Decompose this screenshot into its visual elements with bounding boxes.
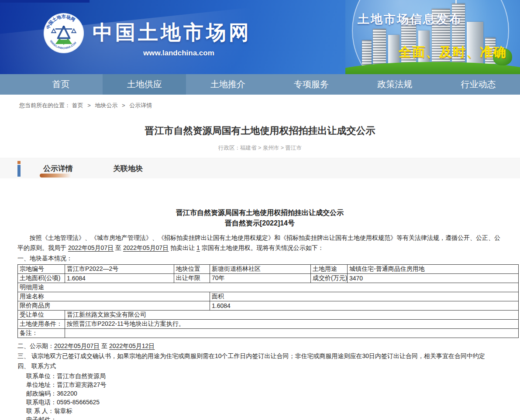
cell-price-label: 成交价(万元): [311, 274, 348, 283]
site-url: www.landchina.com: [143, 49, 214, 58]
page: 中国土地市场网 WWW.LANDCHINA.COM 中国土地市场网 www.la…: [0, 0, 520, 420]
table-row: 备注：: [18, 329, 519, 338]
contact-postcode: 邮政编码：362200: [26, 389, 520, 398]
breadcrumb-current: 公示详情: [129, 102, 152, 109]
nav-item-land-promotion[interactable]: 土地推介: [186, 74, 269, 95]
contact-address: 单位地址：晋江市迎宾路27号: [26, 380, 520, 389]
intro-tail: 宗国有土地使用权。现将有关情况公示如下：: [200, 244, 324, 251]
contact-person: 联 系 人：翁章标: [26, 406, 520, 415]
scales-emblem-icon: 中国土地市场网 WWW.LANDCHINA.COM: [43, 12, 85, 54]
table-row: 用途名称 面积: [18, 292, 519, 301]
nav-item-home[interactable]: 首页: [19, 74, 103, 95]
main-nav: 首页 土地供应 土地推介 专项服务 政策法规 行业动态: [0, 74, 520, 95]
tab-notice-detail[interactable]: 公示详情: [43, 158, 73, 178]
cell-use-name-header: 用途名称: [18, 292, 210, 301]
cell-area-value2: 1.6084: [210, 301, 519, 311]
tab-accent-blue: [17, 165, 21, 177]
breadcrumb-home[interactable]: 首页: [72, 102, 83, 109]
tab-related-parcels[interactable]: 关联地块: [113, 158, 143, 178]
site-header: 中国土地市场网 WWW.LANDCHINA.COM 中国土地市场网 www.la…: [0, 0, 520, 74]
banner-slogan-1: 土地市场信息发布: [358, 11, 462, 27]
breadcrumb-separator: >: [122, 102, 125, 109]
nav-item-policies[interactable]: 政策法规: [353, 74, 437, 95]
svg-text:WWW.LANDCHINA.COM: WWW.LANDCHINA.COM: [49, 39, 77, 49]
page-title: 晋江市自然资源局国有土地使用权招拍挂出让成交公示: [0, 124, 520, 137]
publicity-period-label: 二、公示期：: [17, 342, 54, 349]
breadcrumb-prefix: 您当前所在的位置：: [19, 102, 70, 109]
cell-parcel-no-label: 宗地编号: [18, 265, 65, 274]
breadcrumb: 您当前所在的位置： 首页 > 地块公示 > 公示详情: [0, 95, 520, 115]
building-graphic: [373, 29, 386, 69]
site-logo-icon[interactable]: 中国土地市场网 WWW.LANDCHINA.COM: [43, 12, 85, 54]
region-path: 行政区：福建省 > 泉州市 > 晋江市: [0, 144, 520, 152]
site-name: 中国土地市场网: [93, 19, 251, 46]
contact-unit: 联系单位：晋江市自然资源局: [26, 372, 520, 380]
intro-joiner: 至: [114, 244, 123, 251]
parcel-info-table: 宗地编号 晋江市P2022—2号 地块位置 新塘街道梧林社区 土地用途 城镇住宅…: [17, 264, 519, 338]
table-row: 受让单位 晋江新丝路文旅实业有限公司: [18, 311, 519, 320]
tab-strip: 公示详情 关联地块: [0, 158, 520, 178]
cell-term-label: 出让年限: [174, 274, 210, 283]
breadcrumb-parcel-notice[interactable]: 地块公示: [95, 102, 117, 109]
cell-use-name-value: 限价商品房: [18, 301, 210, 311]
cell-term-value: 70年: [210, 274, 311, 283]
contact-phone: 联系电话：0595-85665625: [26, 398, 520, 406]
cell-area-label: 土地面积(公顷): [18, 274, 65, 283]
section-1-heading: 一、地块基本情况：: [17, 253, 502, 263]
nav-item-special-services[interactable]: 专项服务: [270, 74, 353, 95]
cell-remarks-label: 备注：: [18, 329, 65, 338]
table-row: 宗地编号 晋江市P2022—2号 地块位置 新塘街道梧林社区 土地用途 城镇住宅…: [18, 265, 519, 274]
cell-price-value: 3470: [348, 274, 519, 283]
cell-detailed-use-header: 明细用途: [18, 283, 519, 292]
header-banner-graphic: 土地市场信息发布 全面、及时、准确: [345, 0, 520, 74]
auction-date-from: 2022年05月07日: [68, 244, 114, 251]
publicity-date-to: 2022年05月12日: [109, 342, 155, 349]
cell-conditions-value: 按照晋江市P2022-11号地块出让方案执行。: [65, 320, 519, 329]
building-spire-graphic: [455, 0, 457, 3]
cell-conditions-label: 土地使用条件：: [18, 320, 65, 329]
nav-item-industry-news[interactable]: 行业动态: [437, 74, 520, 95]
table-row: 土地使用条件： 按照晋江市P2022-11号地块出让方案执行。: [18, 320, 519, 329]
table-row: 限价商品房 1.6084: [18, 301, 519, 311]
cell-grantee-label: 受让单位: [18, 311, 65, 320]
cell-parcel-no-value: 晋江市P2022—2号: [65, 265, 174, 274]
table-row: 明细用途: [18, 283, 519, 292]
tab-accent-orange: [17, 161, 21, 164]
top-edge-strip: [0, 0, 90, 3]
parcel-count: 1: [196, 244, 200, 251]
cell-location-value: 新塘街道梧林社区: [210, 265, 311, 274]
publicity-date-from: 2022年05月07日: [54, 342, 100, 349]
cell-area-value: 1.6084: [65, 274, 174, 283]
contact-info: 联系单位：晋江市自然资源局 单位地址：晋江市迎宾路27号 邮政编码：362200…: [26, 372, 520, 420]
banner-slogan-2: 全面、及时、准确: [399, 44, 507, 61]
cell-location-label: 地块位置: [174, 265, 210, 274]
cell-area-header: 面积: [210, 292, 519, 301]
section-4-heading: 四、 联系方式: [17, 361, 502, 371]
cell-use-label: 土地用途: [311, 265, 348, 274]
intro-mid: 拍卖出让: [169, 244, 196, 251]
document-number: 晋自然资示[2022]14号: [17, 219, 502, 228]
cell-use-value: 城镇住宅-普通商品住房用地: [348, 265, 519, 274]
table-row: 土地面积(公顷) 1.6084 出让年限 70年 成交价(万元) 3470: [18, 274, 519, 283]
cell-grantee-value: 晋江新丝路文旅实业有限公司: [65, 311, 519, 320]
nav-item-land-supply[interactable]: 土地供应: [103, 74, 186, 95]
logo-ring-bottom-text: WWW.LANDCHINA.COM: [49, 39, 77, 49]
section-3-contract-terms: 三、 该宗地双方已签订成交确认书，如果宗地的用途为住宅或商服则需在10个工作日内…: [17, 351, 502, 361]
section-2-publicity-period: 二、公示期：2022年05月07日 至 2022年05月12日: [17, 341, 502, 351]
publicity-joiner: 至: [100, 342, 109, 349]
intro-paragraph: 按照《土地管理法》、《城市房地产管理法》、《招标拍卖挂牌出让国有土地使用权规定》…: [17, 233, 502, 253]
breadcrumb-separator: >: [87, 102, 91, 109]
contact-email: 电子邮件：: [26, 415, 520, 420]
announcement-document: 晋江市自然资源局国有土地使用权招拍挂出让成交公示 晋自然资示[2022]14号 …: [0, 208, 520, 420]
cell-remarks-value: [65, 329, 519, 338]
auction-date-to: 2022年05月07日: [123, 244, 169, 251]
document-title: 晋江市自然资源局国有土地使用权招拍挂出让成交公示: [17, 208, 502, 218]
